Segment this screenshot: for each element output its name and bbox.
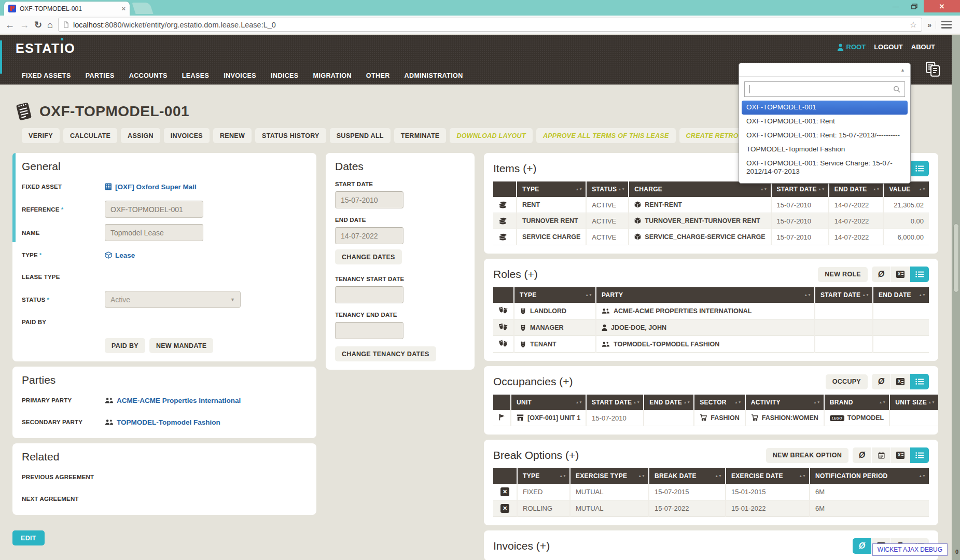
table-row[interactable]: ✕ FIXED MUTUAL 15-07-2015 15-01-2015 6M — [493, 484, 929, 500]
reference-field[interactable] — [105, 201, 203, 218]
occ-col-unit[interactable]: UNIT▲▼ — [511, 395, 586, 410]
remove-row-icon[interactable]: ✕ — [500, 487, 509, 496]
estatio-logo[interactable]: ESTATIO — [16, 41, 75, 56]
entity-dropdown[interactable]: ▲ OXF-TOPMODEL-001 OXF-TOPMODEL-001: Ren… — [739, 63, 911, 184]
table-row[interactable]: ✕ ROLLING MUTUAL 15-07-2022 15-01-2022 6… — [493, 500, 929, 517]
table-row[interactable]: TURNOVER RENT ACTIVE TURNOVER_RENT-TURNO… — [493, 213, 929, 229]
dropdown-option[interactable]: OXF-TOPMODEL-001: Rent — [742, 115, 908, 129]
browser-tab[interactable]: OXF-TOPMODEL-001 × — [4, 2, 130, 16]
invoices-button[interactable]: INVOICES — [164, 128, 210, 143]
fixed-asset-link[interactable]: [OXF] Oxford Super Mall — [105, 183, 197, 191]
remove-row-icon[interactable]: ✕ — [500, 504, 509, 513]
occ-col-activity[interactable]: ACTIVITY▲▼ — [745, 395, 824, 410]
dropdown-option[interactable]: OXF-TOPMODEL-001 — [742, 101, 908, 115]
bookmark-star-icon[interactable]: ☆ — [910, 20, 917, 30]
break-col-break-date[interactable]: BREAK DATE▲▼ — [649, 468, 726, 484]
table-row[interactable]: TENANT TOPMODEL-TOPMODEL FASHION — [493, 336, 929, 353]
entity-dropdown-select[interactable]: ▲ — [739, 63, 910, 77]
menu-indices[interactable]: INDICES — [271, 72, 299, 79]
items-col-end[interactable]: END DATE▲▼ — [829, 181, 884, 197]
excel-export-icon[interactable] — [891, 374, 910, 389]
verify-button[interactable]: VERIFY — [22, 128, 60, 143]
tenancy-end-date-field[interactable] — [335, 322, 404, 339]
overflow-chevron-icon[interactable]: » — [927, 21, 936, 29]
logout-link[interactable]: LOGOUT — [874, 43, 903, 51]
status-history-button[interactable]: STATUS HISTORY — [255, 128, 326, 143]
download-layout-button[interactable]: DOWNLOAD LAYOUT — [450, 128, 532, 143]
menu-parties[interactable]: PARTIES — [86, 72, 115, 79]
menu-migration[interactable]: MIGRATION — [313, 72, 352, 79]
items-col-start[interactable]: START DATE▲▼ — [771, 181, 829, 197]
sort-icon[interactable]: ▲▼ — [576, 188, 582, 191]
occ-col-unit-size[interactable]: UNIT SIZE▲▼ — [889, 395, 938, 410]
occupy-button[interactable]: OCCUPY — [826, 374, 868, 389]
url-text[interactable]: localhost:8080/wicket/entity/org.estatio… — [73, 21, 906, 29]
edit-button[interactable]: EDIT — [12, 530, 45, 545]
break-col-exercise-date[interactable]: EXERCISE DATE▲▼ — [726, 468, 810, 484]
type-link[interactable]: Lease — [105, 251, 135, 259]
page-scrollbar[interactable] — [952, 35, 960, 560]
break-col-notification-period[interactable]: NOTIFICATION PERIOD▲▼ — [810, 468, 929, 484]
excel-export-icon[interactable] — [891, 447, 910, 463]
entity-search-input[interactable] — [744, 81, 905, 97]
back-icon[interactable]: ← — [5, 20, 15, 30]
url-bar[interactable]: localhost:8080/wicket/entity/org.estatio… — [58, 18, 922, 32]
hide-columns-icon[interactable]: Ø — [853, 447, 871, 463]
menu-invoices[interactable]: INVOICES — [224, 72, 256, 79]
new-break-option-button[interactable]: NEW BREAK OPTION — [766, 448, 848, 463]
renew-button[interactable]: RENEW — [213, 128, 252, 143]
roles-col-start[interactable]: START DATE▲▼ — [815, 287, 873, 303]
hide-columns-icon[interactable]: Ø — [853, 538, 871, 554]
menu-other[interactable]: OTHER — [366, 72, 390, 79]
browser-menu-icon[interactable] — [941, 21, 952, 29]
excel-export-icon[interactable] — [891, 267, 910, 282]
approve-all-terms-button[interactable]: APPROVE ALL TERMS OF THIS LEASE — [536, 128, 676, 143]
status-select[interactable]: Active ▼ — [105, 291, 241, 308]
table-row[interactable]: MANAGER JDOE-DOE, JOHN — [493, 319, 929, 336]
table-row[interactable]: RENT ACTIVE RENT-RENT 15-07-2010 14-07-2… — [493, 197, 929, 213]
home-icon[interactable]: ⌂ — [47, 20, 53, 30]
name-field[interactable] — [105, 224, 203, 241]
assign-button[interactable]: ASSIGN — [121, 128, 160, 143]
change-tenancy-dates-button[interactable]: CHANGE TENANCY DATES — [335, 346, 436, 361]
list-view-icon[interactable] — [910, 374, 929, 389]
paid-by-button[interactable]: PAID BY — [105, 338, 145, 353]
start-date-field[interactable] — [335, 191, 404, 208]
dropdown-option[interactable]: OXF-TOPMODEL-001: Rent: 15-07-2013/-----… — [742, 129, 908, 143]
menu-leases[interactable]: LEASES — [182, 72, 209, 79]
refresh-icon[interactable]: ↻ — [34, 20, 42, 30]
secondary-party-link[interactable]: TOPMODEL-Topmodel Fashion — [105, 418, 220, 426]
wicket-ajax-debug-link[interactable]: WICKET AJAX DEBUG — [872, 543, 948, 556]
user-menu[interactable]: ROOT — [837, 43, 866, 51]
items-col-charge[interactable]: CHARGE▲▼ — [629, 181, 771, 197]
roles-col-end[interactable]: END DATE▲▼ — [873, 287, 929, 303]
new-mandate-button[interactable]: NEW MANDATE — [149, 338, 214, 353]
roles-col-party[interactable]: PARTY▲▼ — [596, 287, 815, 303]
occ-col-end[interactable]: END DATE▲▼ — [644, 395, 694, 410]
new-role-button[interactable]: NEW ROLE — [818, 267, 868, 282]
copy-pages-icon[interactable] — [925, 61, 941, 80]
hide-columns-icon[interactable]: Ø — [872, 267, 891, 282]
occ-col-brand[interactable]: BRAND▲▼ — [824, 395, 889, 410]
calculate-button[interactable]: CALCULATE — [63, 128, 117, 143]
dropdown-option[interactable]: OXF-TOPMODEL-001: Service Charge: 15-07-… — [742, 157, 908, 179]
calendar-icon[interactable] — [872, 447, 891, 463]
tenancy-start-date-field[interactable] — [335, 286, 404, 303]
items-col-value[interactable]: VALUE▲▼ — [883, 181, 929, 197]
break-col-exercise-type[interactable]: EXERCISE TYPE▲▼ — [570, 468, 649, 484]
menu-accounts[interactable]: ACCOUNTS — [129, 72, 168, 79]
scrollbar-thumb[interactable] — [953, 223, 959, 292]
items-col-type[interactable]: TYPE▲▼ — [517, 181, 586, 197]
roles-col-type[interactable]: TYPE▲▼ — [514, 287, 596, 303]
table-row[interactable]: SERVICE CHARGE ACTIVE SERVICE_CHARGE-SER… — [493, 229, 929, 245]
suspend-all-button[interactable]: SUSPEND ALL — [330, 128, 391, 143]
forward-icon[interactable]: → — [20, 20, 29, 30]
tab-close-icon[interactable]: × — [121, 5, 126, 12]
list-view-icon[interactable] — [910, 161, 929, 176]
terminate-button[interactable]: TERMINATE — [394, 128, 447, 143]
menu-administration[interactable]: ADMINISTRATION — [405, 72, 463, 79]
new-tab-button[interactable] — [132, 3, 153, 14]
break-col-type[interactable]: TYPE▲▼ — [517, 468, 570, 484]
occ-col-sector[interactable]: SECTOR▲▼ — [694, 395, 745, 410]
minimize-button[interactable]: — — [886, 0, 905, 12]
